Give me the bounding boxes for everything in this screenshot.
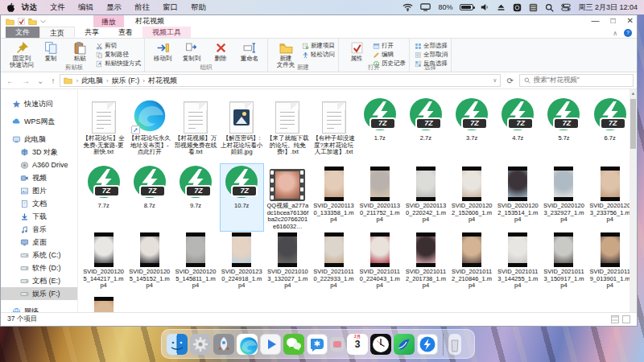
ribbon-button[interactable]: 粘贴	[66, 40, 93, 62]
sidebar-item-视频[interactable]: 视频	[1, 171, 77, 184]
quick-access-toolbar[interactable]	[1, 17, 52, 26]
settings-icon[interactable]	[190, 334, 211, 355]
finder-icon[interactable]	[167, 334, 188, 355]
file-item[interactable]: SVID_20201230_224918_1.mp4	[220, 229, 264, 294]
file-item[interactable]: SVID_20210119_013901_1.mp4	[588, 229, 630, 294]
menubar-item[interactable]: 显示	[100, 2, 128, 13]
file-item[interactable]: 【村花视频】万部视频免费在线看.txt	[173, 93, 217, 163]
ribbon-button[interactable]: 复制	[37, 40, 64, 62]
eject-icon[interactable]	[497, 3, 506, 11]
search-input[interactable]: 搜索"村花视频"	[519, 74, 634, 87]
star-app-icon[interactable]	[307, 334, 328, 355]
back-button[interactable]: ←	[4, 76, 17, 85]
tab-共享[interactable]: 共享	[75, 27, 109, 38]
sidebar-item-下载[interactable]: 下载	[1, 210, 77, 223]
menubar-item[interactable]: 文件	[43, 2, 72, 13]
file-item[interactable]: 【解压密码】:上村花论坛看小姐姐.jpg	[220, 93, 264, 163]
ribbon-button[interactable]: 复制路径	[96, 51, 141, 59]
contextual-tab-play[interactable]: 播放	[93, 15, 124, 27]
forward-button[interactable]: →	[19, 76, 32, 85]
ribbon-button[interactable]: 属性	[343, 40, 370, 62]
address-bar[interactable]: ›此电脑›娱乐 (F:)›村花视频∨	[60, 74, 501, 87]
file-item[interactable]: SVID_20210110_222933_1.mp4	[312, 229, 356, 294]
menubar-item[interactable]: 窗口	[156, 2, 184, 13]
ribbon-button[interactable]: 打开	[373, 42, 406, 50]
minimize-button[interactable]: —	[592, 15, 600, 27]
menubar-item[interactable]: 编辑	[72, 2, 100, 13]
titlebar[interactable]: 播放 村花视频 — □ ✕	[1, 15, 637, 27]
trash-icon[interactable]	[448, 334, 461, 355]
ribbon-button[interactable]: 全部选择	[415, 42, 448, 50]
menubar-item[interactable]: 访达	[15, 2, 43, 13]
file-item[interactable]: 7Z6.7z	[588, 93, 630, 163]
wechat-icon[interactable]	[283, 334, 304, 355]
address-dropdown-icon[interactable]: ∨	[493, 77, 497, 84]
ribbon-button[interactable]: 剪切	[96, 42, 141, 50]
file-item[interactable]: SVID_20210113_144255_1.mp4	[496, 229, 540, 294]
sidebar-item-网络[interactable]: 网络	[1, 305, 77, 312]
file-item[interactable]: SVID_20210113_150917_1.mp4	[542, 229, 586, 294]
search-icon[interactable]	[545, 3, 554, 12]
file-item[interactable]: 7Z1.7z	[357, 93, 402, 163]
sidebar-item-快速访问[interactable]: 快速访问	[1, 97, 77, 110]
control-center-icon[interactable]	[561, 3, 571, 11]
breadcrumb-item[interactable]: 村花视频	[148, 76, 177, 86]
file-item[interactable]: 【村花论坛】全免费-无套路-更新快.txt	[81, 93, 126, 163]
sidebar-item-此电脑[interactable]: 此电脑	[1, 133, 77, 146]
ribbon-button[interactable]: 全部取消	[415, 51, 448, 59]
history-dropdown-icon[interactable]: ⌄	[35, 76, 46, 85]
file-item[interactable]: SVID_20201205_144217_1.mp4	[81, 229, 126, 294]
up-button[interactable]: ↑	[48, 76, 57, 85]
battery-icon[interactable]	[460, 4, 473, 10]
green-app-icon[interactable]	[394, 334, 415, 355]
screen-icon[interactable]	[513, 3, 522, 12]
edge-icon[interactable]	[237, 334, 258, 355]
file-item[interactable]: 【有种子却没速度?来村花论坛人工加速】.txt	[312, 93, 356, 163]
sidebar-item-A360 Drive[interactable]: A360 Drive	[1, 158, 77, 171]
display-icon[interactable]	[420, 3, 431, 11]
sidebar-item-文档[interactable]: 文档	[1, 197, 77, 210]
file-item[interactable]: ➚【村花论坛永久地址发布页】-点此打开	[127, 93, 171, 163]
scrollbar[interactable]: ▲	[630, 89, 637, 312]
file-item[interactable]: 7Z10.7z	[220, 163, 264, 232]
menubar-clock[interactable]: 周三 2月3日 12:04	[578, 2, 638, 13]
sidebar-item-音乐[interactable]: 音乐	[1, 223, 77, 236]
file-item[interactable]: QQ视频_a277adc1bcea76136fba2c20766201e6160…	[266, 163, 310, 232]
file-list[interactable]: 【村花论坛】全免费-无套路-更新快.txt➚【村花论坛永久地址发布页】-点此打开…	[78, 89, 630, 312]
file-item[interactable]: 7Z7.7z	[81, 163, 126, 232]
ribbon-button[interactable]: 新建项目	[302, 42, 335, 50]
wifi-icon[interactable]	[402, 3, 413, 11]
file-item[interactable]: SVID_20210110_224043_1.mp4	[357, 229, 402, 294]
file-item[interactable]: 7Z3.7z	[450, 93, 494, 163]
file-item[interactable]: 7Z5.7z	[542, 93, 586, 163]
tab-视频工具[interactable]: 视频工具	[142, 27, 191, 38]
sidebar-item-娱乐 (F:)[interactable]: 娱乐 (F:)	[1, 287, 77, 300]
sidebar-item-系统 (C:)[interactable]: 系统 (C:)	[1, 249, 77, 261]
ribbon-button[interactable]: 复制到	[178, 40, 205, 62]
clock-icon[interactable]	[370, 334, 391, 355]
calendar-icon[interactable]: 2月3	[347, 334, 368, 355]
help-icon[interactable]: ?	[624, 29, 632, 37]
file-item[interactable]: 7Z2.7z	[403, 93, 448, 163]
notification-app-icon[interactable]	[330, 337, 345, 352]
collapse-ribbon-icon[interactable]: ∧	[613, 30, 617, 37]
sidebar-item-WPS网盘[interactable]: WPS网盘	[1, 115, 77, 128]
menubar-item[interactable]: 帮助	[184, 2, 213, 13]
sidebar-item-3D 对象[interactable]: 3D 对象	[1, 146, 77, 158]
ribbon-button[interactable]: 移动到	[149, 40, 176, 62]
file-item[interactable]: 7Z9.7z	[173, 163, 217, 232]
file-item[interactable]: 【来了就能下载的论坛。纯免费!】.txt	[266, 93, 310, 163]
file-item[interactable]: SVID_20210103_132027_1.mp4	[266, 229, 310, 294]
volume-icon[interactable]	[481, 3, 489, 11]
file-item[interactable]: SVID_20201202_152606_1.mp4	[450, 163, 494, 232]
menubar-item[interactable]: 前往	[128, 2, 156, 13]
keyboard-icon[interactable]	[529, 3, 538, 12]
tab-主页[interactable]: 主页	[39, 27, 75, 38]
ribbon-button[interactable]: 轻松访问	[302, 51, 335, 59]
file-item[interactable]: 7Z8.7z	[127, 163, 171, 232]
tab-文件[interactable]: 文件	[6, 27, 39, 38]
ribbon-button[interactable]: 删除	[207, 40, 234, 62]
file-item[interactable]: SVID_20201205_145152_1.mp4	[127, 229, 171, 294]
sidebar-item-软件 (D:)[interactable]: 软件 (D:)	[1, 261, 77, 274]
sidebar-item-文档 (E:)[interactable]: 文档 (E:)	[1, 274, 77, 287]
